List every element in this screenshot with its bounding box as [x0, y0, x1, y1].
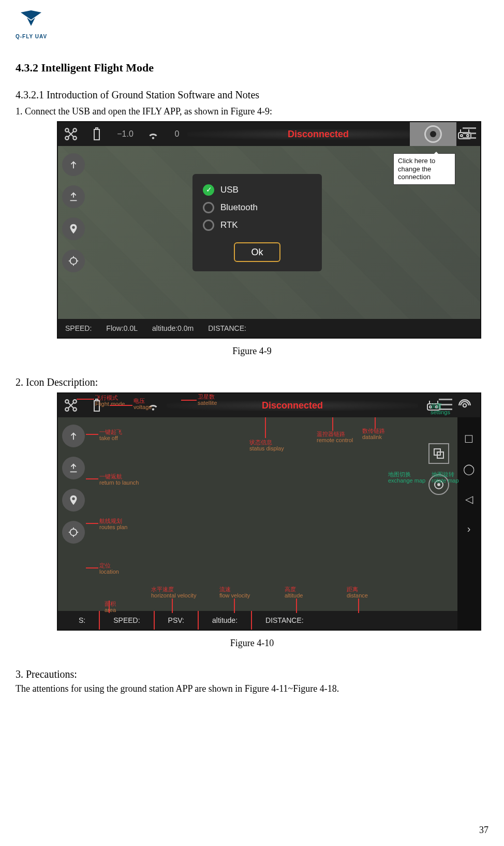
annot-tick [181, 400, 197, 401]
exchange-map-button[interactable] [428, 443, 449, 464]
annot-tick [296, 599, 297, 613]
connection-button[interactable] [410, 122, 456, 146]
psv-label: PSV: [154, 611, 198, 630]
map-controls [428, 443, 449, 495]
speed-label: SPEED: [65, 324, 92, 332]
location-button[interactable] [62, 250, 85, 272]
annot-tick [86, 478, 98, 479]
page-number: 37 [479, 825, 488, 836]
figure-4-9-caption: Figure 4-9 [16, 346, 488, 357]
annot-tick [77, 399, 94, 400]
distance-label: DISTANCE: [208, 324, 246, 332]
connection-dialog: USB Bluetooth RTK Ok [192, 174, 322, 271]
step-3-body: The attentions for using the ground stat… [16, 683, 488, 694]
annot-tick [86, 523, 98, 524]
area-label: S: [58, 611, 99, 630]
satellite-icon [141, 122, 167, 146]
antenna-icon [424, 125, 442, 143]
annot-voltage: 电压voltage [134, 398, 152, 410]
option-usb[interactable]: USB [192, 181, 322, 199]
takeoff-button[interactable] [62, 425, 85, 447]
radio-icon [203, 202, 214, 213]
svg-point-29 [463, 404, 467, 407]
radio-icon [203, 220, 214, 231]
routes-button[interactable] [62, 217, 85, 240]
annot-tick [234, 599, 235, 613]
option-bluetooth-label: Bluetooth [220, 202, 258, 213]
satellite-count: 0 [167, 122, 187, 146]
svg-point-12 [70, 258, 77, 265]
step-3-title: 3. Precautions: [16, 668, 488, 680]
drone-mode-icon[interactable] [58, 393, 84, 417]
home-icon[interactable]: ◯ [463, 463, 475, 475]
annot-settings: 设置settings [431, 403, 450, 415]
android-navbar: ☐ ◯ ◁ › [457, 417, 480, 630]
svg-point-38 [438, 484, 440, 486]
takeoff-button[interactable] [62, 153, 85, 176]
step-1-text: 1. Connect the USB and open the IFLY APP… [16, 106, 488, 117]
figure-4-9-screenshot: −1.0 0 Disconnected Click here to change… [57, 121, 481, 339]
location-button[interactable] [62, 521, 85, 544]
app-topbar: −1.0 0 Disconnected [58, 122, 480, 146]
altitude-label: altitude: [198, 611, 251, 630]
annot-remote: 遥控器链路remote control [317, 431, 353, 443]
voltage-value: −1.0 [110, 122, 141, 146]
annot-tick [172, 599, 173, 613]
back-icon[interactable]: ◁ [465, 493, 473, 505]
recent-apps-icon[interactable]: ☐ [464, 433, 473, 445]
svg-point-30 [70, 529, 77, 536]
svg-point-23 [152, 408, 154, 410]
annot-satellite: 卫星数satellite [198, 393, 217, 406]
app-bottombar: SPEED: Flow:0.0L altitude:0.0m DISTANCE: [58, 319, 480, 338]
section-heading: 4.3.2 Intelligent Flight Mode [16, 61, 488, 75]
expand-icon[interactable]: › [467, 523, 471, 535]
annot-rotate-map: 地图旋转rotate map [432, 471, 459, 484]
svg-rect-5 [96, 128, 98, 129]
option-rtk[interactable]: RTK [192, 216, 322, 234]
option-rtk-label: RTK [220, 220, 238, 230]
option-usb-label: USB [220, 185, 239, 195]
figure-4-10-caption: Figure 4-10 [16, 638, 488, 649]
annot-takeoff: 一键起飞take off [99, 429, 122, 441]
annot-tick [358, 599, 359, 613]
annot-datalink: 数传链路datalink [362, 428, 385, 440]
brand-text: Q-FLY UAV [16, 34, 47, 39]
annot-altitude: 高度altitude [285, 586, 303, 599]
ok-button[interactable]: Ok [234, 242, 280, 262]
annot-tick [110, 405, 132, 406]
return-home-button[interactable] [62, 185, 85, 208]
subsection-heading: 4.3.2.1 Introduction of Ground Station S… [16, 89, 488, 101]
altitude-value: altitude:0.0m [152, 324, 194, 332]
annot-location: 定位location [99, 562, 119, 575]
option-bluetooth[interactable]: Bluetooth [192, 199, 322, 216]
step-2-text: 2. Icon Description: [16, 376, 488, 388]
annot-tick [332, 417, 333, 431]
annot-area: 面积area [105, 601, 116, 613]
brand-logo: Q-FLY UAV [16, 10, 488, 40]
annot-exchange-map: 地图切换exchange map [388, 471, 425, 484]
distance-label: DISTANCE: [251, 611, 317, 630]
return-home-button[interactable] [62, 457, 85, 479]
annot-routes: 航线规划routes plan [99, 518, 127, 530]
flow-value: Flow:0.0L [106, 324, 138, 332]
left-sidebar [62, 425, 85, 544]
drone-mode-icon[interactable] [58, 122, 84, 146]
svg-rect-4 [94, 129, 99, 140]
annot-tick [86, 567, 98, 568]
annot-fvel: 流速flow velocity [219, 586, 250, 599]
annot-tick [375, 417, 376, 429]
annot-tick [265, 417, 266, 438]
menu-icon[interactable] [463, 127, 476, 139]
connection-tooltip: Click here to change the connection [393, 153, 455, 185]
battery-icon [84, 122, 110, 146]
figure-4-10-screenshot: Disconnected ☐ ◯ ◁ › S: SPEED: PSV: alti… [57, 392, 481, 631]
app-bottombar: S: SPEED: PSV: altitude: DISTANCE: [58, 611, 457, 630]
annot-tick [86, 434, 98, 435]
speed-label: SPEED: [99, 611, 153, 630]
annot-rtl: 一键返航return to launch [99, 473, 139, 486]
radio-selected-icon [203, 184, 214, 196]
annot-hvel: 水平速度horizontal velocity [151, 586, 196, 599]
svg-point-6 [152, 137, 154, 139]
datalink-icon [449, 393, 480, 417]
routes-button[interactable] [62, 489, 85, 512]
